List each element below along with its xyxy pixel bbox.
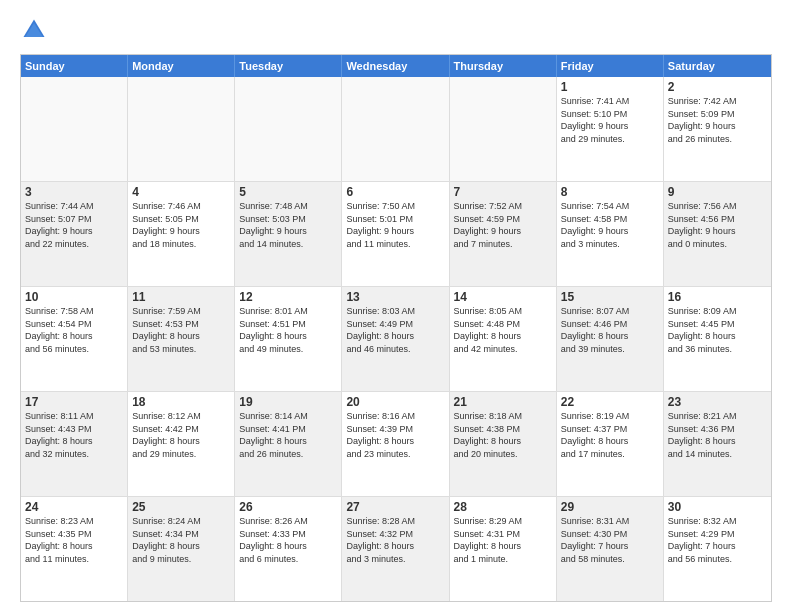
day-info: Sunrise: 7:59 AM Sunset: 4:53 PM Dayligh… xyxy=(132,305,230,355)
day-info: Sunrise: 8:12 AM Sunset: 4:42 PM Dayligh… xyxy=(132,410,230,460)
day-info: Sunrise: 7:50 AM Sunset: 5:01 PM Dayligh… xyxy=(346,200,444,250)
day-info: Sunrise: 7:41 AM Sunset: 5:10 PM Dayligh… xyxy=(561,95,659,145)
calendar-cell: 4Sunrise: 7:46 AM Sunset: 5:05 PM Daylig… xyxy=(128,182,235,286)
calendar: SundayMondayTuesdayWednesdayThursdayFrid… xyxy=(20,54,772,602)
day-info: Sunrise: 8:18 AM Sunset: 4:38 PM Dayligh… xyxy=(454,410,552,460)
calendar-row-3: 17Sunrise: 8:11 AM Sunset: 4:43 PM Dayli… xyxy=(21,391,771,496)
day-info: Sunrise: 8:14 AM Sunset: 4:41 PM Dayligh… xyxy=(239,410,337,460)
calendar-body: 1Sunrise: 7:41 AM Sunset: 5:10 PM Daylig… xyxy=(21,77,771,601)
header-day-wednesday: Wednesday xyxy=(342,55,449,77)
day-info: Sunrise: 8:32 AM Sunset: 4:29 PM Dayligh… xyxy=(668,515,767,565)
day-info: Sunrise: 8:26 AM Sunset: 4:33 PM Dayligh… xyxy=(239,515,337,565)
day-number: 17 xyxy=(25,395,123,409)
calendar-cell: 17Sunrise: 8:11 AM Sunset: 4:43 PM Dayli… xyxy=(21,392,128,496)
calendar-cell: 24Sunrise: 8:23 AM Sunset: 4:35 PM Dayli… xyxy=(21,497,128,601)
day-number: 14 xyxy=(454,290,552,304)
calendar-row-4: 24Sunrise: 8:23 AM Sunset: 4:35 PM Dayli… xyxy=(21,496,771,601)
calendar-row-2: 10Sunrise: 7:58 AM Sunset: 4:54 PM Dayli… xyxy=(21,286,771,391)
calendar-cell: 18Sunrise: 8:12 AM Sunset: 4:42 PM Dayli… xyxy=(128,392,235,496)
calendar-cell xyxy=(128,77,235,181)
calendar-cell: 16Sunrise: 8:09 AM Sunset: 4:45 PM Dayli… xyxy=(664,287,771,391)
day-info: Sunrise: 7:42 AM Sunset: 5:09 PM Dayligh… xyxy=(668,95,767,145)
day-info: Sunrise: 8:29 AM Sunset: 4:31 PM Dayligh… xyxy=(454,515,552,565)
calendar-header: SundayMondayTuesdayWednesdayThursdayFrid… xyxy=(21,55,771,77)
day-number: 23 xyxy=(668,395,767,409)
day-number: 11 xyxy=(132,290,230,304)
day-number: 19 xyxy=(239,395,337,409)
header-day-tuesday: Tuesday xyxy=(235,55,342,77)
day-number: 16 xyxy=(668,290,767,304)
calendar-cell: 3Sunrise: 7:44 AM Sunset: 5:07 PM Daylig… xyxy=(21,182,128,286)
day-info: Sunrise: 8:01 AM Sunset: 4:51 PM Dayligh… xyxy=(239,305,337,355)
calendar-cell: 20Sunrise: 8:16 AM Sunset: 4:39 PM Dayli… xyxy=(342,392,449,496)
day-number: 4 xyxy=(132,185,230,199)
day-info: Sunrise: 7:48 AM Sunset: 5:03 PM Dayligh… xyxy=(239,200,337,250)
day-number: 5 xyxy=(239,185,337,199)
calendar-cell: 11Sunrise: 7:59 AM Sunset: 4:53 PM Dayli… xyxy=(128,287,235,391)
calendar-cell xyxy=(21,77,128,181)
day-number: 22 xyxy=(561,395,659,409)
day-info: Sunrise: 8:11 AM Sunset: 4:43 PM Dayligh… xyxy=(25,410,123,460)
calendar-cell: 26Sunrise: 8:26 AM Sunset: 4:33 PM Dayli… xyxy=(235,497,342,601)
calendar-cell: 19Sunrise: 8:14 AM Sunset: 4:41 PM Dayli… xyxy=(235,392,342,496)
calendar-cell: 25Sunrise: 8:24 AM Sunset: 4:34 PM Dayli… xyxy=(128,497,235,601)
day-number: 12 xyxy=(239,290,337,304)
calendar-cell: 15Sunrise: 8:07 AM Sunset: 4:46 PM Dayli… xyxy=(557,287,664,391)
page: SundayMondayTuesdayWednesdayThursdayFrid… xyxy=(0,0,792,612)
header-day-friday: Friday xyxy=(557,55,664,77)
day-number: 18 xyxy=(132,395,230,409)
calendar-row-0: 1Sunrise: 7:41 AM Sunset: 5:10 PM Daylig… xyxy=(21,77,771,181)
day-info: Sunrise: 7:58 AM Sunset: 4:54 PM Dayligh… xyxy=(25,305,123,355)
day-info: Sunrise: 8:21 AM Sunset: 4:36 PM Dayligh… xyxy=(668,410,767,460)
calendar-cell: 28Sunrise: 8:29 AM Sunset: 4:31 PM Dayli… xyxy=(450,497,557,601)
day-info: Sunrise: 8:28 AM Sunset: 4:32 PM Dayligh… xyxy=(346,515,444,565)
day-info: Sunrise: 8:23 AM Sunset: 4:35 PM Dayligh… xyxy=(25,515,123,565)
calendar-cell: 27Sunrise: 8:28 AM Sunset: 4:32 PM Dayli… xyxy=(342,497,449,601)
calendar-cell: 6Sunrise: 7:50 AM Sunset: 5:01 PM Daylig… xyxy=(342,182,449,286)
day-info: Sunrise: 8:19 AM Sunset: 4:37 PM Dayligh… xyxy=(561,410,659,460)
calendar-cell: 5Sunrise: 7:48 AM Sunset: 5:03 PM Daylig… xyxy=(235,182,342,286)
calendar-cell xyxy=(235,77,342,181)
day-info: Sunrise: 7:44 AM Sunset: 5:07 PM Dayligh… xyxy=(25,200,123,250)
day-info: Sunrise: 8:03 AM Sunset: 4:49 PM Dayligh… xyxy=(346,305,444,355)
day-number: 13 xyxy=(346,290,444,304)
day-number: 27 xyxy=(346,500,444,514)
calendar-cell: 21Sunrise: 8:18 AM Sunset: 4:38 PM Dayli… xyxy=(450,392,557,496)
header-day-sunday: Sunday xyxy=(21,55,128,77)
day-number: 2 xyxy=(668,80,767,94)
calendar-cell: 7Sunrise: 7:52 AM Sunset: 4:59 PM Daylig… xyxy=(450,182,557,286)
day-number: 21 xyxy=(454,395,552,409)
day-info: Sunrise: 7:54 AM Sunset: 4:58 PM Dayligh… xyxy=(561,200,659,250)
day-number: 26 xyxy=(239,500,337,514)
logo xyxy=(20,16,52,44)
day-number: 7 xyxy=(454,185,552,199)
calendar-cell: 12Sunrise: 8:01 AM Sunset: 4:51 PM Dayli… xyxy=(235,287,342,391)
day-number: 25 xyxy=(132,500,230,514)
day-number: 1 xyxy=(561,80,659,94)
day-number: 30 xyxy=(668,500,767,514)
calendar-row-1: 3Sunrise: 7:44 AM Sunset: 5:07 PM Daylig… xyxy=(21,181,771,286)
logo-icon xyxy=(20,16,48,44)
day-info: Sunrise: 8:16 AM Sunset: 4:39 PM Dayligh… xyxy=(346,410,444,460)
day-number: 24 xyxy=(25,500,123,514)
day-info: Sunrise: 8:05 AM Sunset: 4:48 PM Dayligh… xyxy=(454,305,552,355)
day-number: 29 xyxy=(561,500,659,514)
day-info: Sunrise: 7:46 AM Sunset: 5:05 PM Dayligh… xyxy=(132,200,230,250)
calendar-cell: 13Sunrise: 8:03 AM Sunset: 4:49 PM Dayli… xyxy=(342,287,449,391)
day-number: 9 xyxy=(668,185,767,199)
day-number: 20 xyxy=(346,395,444,409)
day-info: Sunrise: 7:56 AM Sunset: 4:56 PM Dayligh… xyxy=(668,200,767,250)
header-day-saturday: Saturday xyxy=(664,55,771,77)
calendar-cell xyxy=(342,77,449,181)
header xyxy=(20,16,772,44)
header-day-monday: Monday xyxy=(128,55,235,77)
day-number: 28 xyxy=(454,500,552,514)
day-number: 3 xyxy=(25,185,123,199)
header-day-thursday: Thursday xyxy=(450,55,557,77)
calendar-cell: 2Sunrise: 7:42 AM Sunset: 5:09 PM Daylig… xyxy=(664,77,771,181)
day-info: Sunrise: 8:31 AM Sunset: 4:30 PM Dayligh… xyxy=(561,515,659,565)
day-number: 10 xyxy=(25,290,123,304)
calendar-cell: 9Sunrise: 7:56 AM Sunset: 4:56 PM Daylig… xyxy=(664,182,771,286)
calendar-cell: 14Sunrise: 8:05 AM Sunset: 4:48 PM Dayli… xyxy=(450,287,557,391)
day-number: 15 xyxy=(561,290,659,304)
